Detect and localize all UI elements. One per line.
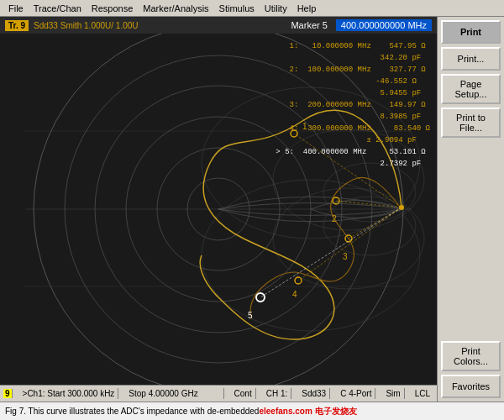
caption: Fig 7. This curve illustrates the ADC's …: [0, 402, 504, 420]
svg-text:1: 1: [302, 122, 307, 131]
trace-header: Tr. 9 Sdd33 Smith 1.000U/ 1.00U Marker 5…: [0, 17, 437, 34]
trace-info: Sdd33 Smith 1.000U/ 1.00U: [34, 21, 139, 30]
menubar: File Trace/Chan Response Marker/Analysis…: [0, 0, 504, 17]
status-cal: LCL: [412, 388, 433, 399]
caption-brand: eleefans.com 电子发烧友: [259, 406, 356, 417]
menu-trace-chan[interactable]: Trace/Chan: [29, 2, 87, 15]
status-param: Sdd33: [298, 388, 330, 399]
status-cont: Cont: [231, 388, 256, 399]
spacer: [441, 141, 501, 338]
status-channel-num: 9: [3, 389, 13, 398]
caption-text: Fig 7. This curve illustrates the ADC's …: [5, 407, 259, 416]
status-bar: 9 >Ch1: Start 300.000 kHz Stop 4.00000 G…: [0, 385, 437, 402]
status-ch: CH 1:: [263, 388, 292, 399]
print-dots-button[interactable]: Print...: [441, 47, 501, 71]
status-start: >Ch1: Start 300.000 kHz: [19, 388, 119, 399]
marker-freq: 400.000000000 MHz: [336, 19, 432, 31]
menu-stimulus[interactable]: Stimulus: [214, 2, 260, 15]
status-stop: Stop 4.00000 GHz: [125, 388, 223, 399]
svg-text:2: 2: [332, 214, 337, 223]
smith-chart-container: 1 2 3 4 5: [0, 34, 437, 385]
svg-text:5: 5: [248, 311, 253, 320]
trace-label: Tr. 9: [5, 20, 29, 31]
menu-help[interactable]: Help: [292, 2, 322, 15]
print-button[interactable]: Print: [441, 20, 501, 44]
status-mode: Sim: [382, 388, 404, 399]
right-panel: Print Print... Page Setup... Print to Fi…: [437, 17, 504, 402]
smith-chart-svg: 1 2 3 4 5: [0, 34, 437, 385]
svg-text:3: 3: [343, 252, 348, 261]
print-to-file-button[interactable]: Print to File...: [441, 108, 501, 138]
marker-label: Marker 5: [291, 20, 327, 30]
svg-point-31: [399, 205, 404, 210]
chart-area: Tr. 9 Sdd33 Smith 1.000U/ 1.00U Marker 5…: [0, 17, 437, 402]
favorites-button[interactable]: Favorites: [441, 375, 501, 398]
menu-file[interactable]: File: [3, 2, 29, 15]
main-area: Tr. 9 Sdd33 Smith 1.000U/ 1.00U Marker 5…: [0, 17, 504, 402]
page-setup-button[interactable]: Page Setup...: [441, 74, 501, 104]
print-colors-button[interactable]: Print Colors...: [441, 341, 501, 371]
menu-utility[interactable]: Utility: [260, 2, 292, 15]
status-port: C 4-Port: [337, 388, 375, 399]
menu-response[interactable]: Response: [87, 2, 139, 15]
svg-text:4: 4: [292, 290, 297, 299]
menu-marker-analysis[interactable]: Marker/Analysis: [138, 2, 213, 15]
